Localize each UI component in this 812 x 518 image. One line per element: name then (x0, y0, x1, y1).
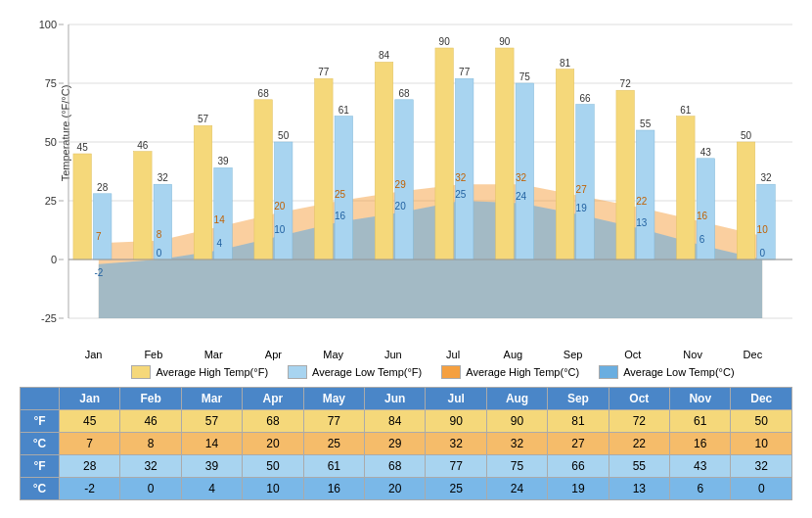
svg-text:10: 10 (274, 224, 286, 235)
svg-text:50: 50 (741, 130, 752, 141)
legend-swatch (599, 365, 618, 379)
svg-text:50: 50 (278, 130, 290, 141)
svg-text:61: 61 (338, 105, 350, 116)
x-axis-month-label: Aug (483, 349, 543, 360)
svg-text:39: 39 (217, 156, 229, 166)
legend-item: Average High Temp(°C) (441, 365, 579, 379)
data-table: JanFebMarAprMayJunJulAugSepOctNovDec°F45… (20, 387, 792, 500)
table-cell: 13 (609, 478, 669, 500)
svg-text:-2: -2 (94, 267, 103, 278)
table-col-header: Sep (548, 388, 609, 410)
x-axis-month-label: Mar (184, 349, 244, 360)
table-cell: 19 (548, 478, 609, 500)
svg-text:4: 4 (216, 238, 222, 249)
table-col-header: Nov (670, 388, 731, 410)
table-cell: 68 (365, 455, 426, 478)
table-cell: 75 (486, 455, 547, 478)
x-axis-month-label: Sep (543, 349, 603, 360)
svg-text:16: 16 (697, 211, 708, 221)
table-cell: 4 (181, 478, 242, 500)
table-cell: 32 (486, 433, 547, 455)
svg-rect-40 (737, 142, 755, 259)
svg-text:90: 90 (499, 36, 511, 47)
svg-text:68: 68 (398, 88, 410, 99)
table-col-header: May (303, 388, 364, 410)
legend-label: Average Low Temp(°F) (312, 366, 422, 378)
svg-text:32: 32 (455, 172, 467, 183)
table-col-header: Jun (365, 388, 426, 410)
legend-item: Average Low Temp(°F) (288, 365, 422, 379)
table-col-header: Apr (243, 388, 303, 410)
svg-text:32: 32 (760, 172, 772, 183)
svg-text:29: 29 (395, 179, 407, 190)
legend-swatch (288, 365, 307, 379)
table-cell: 57 (181, 410, 242, 433)
svg-text:32: 32 (516, 172, 527, 183)
svg-text:46: 46 (137, 140, 149, 151)
table-cell: 28 (60, 455, 120, 478)
table-col-header: Dec (731, 388, 792, 410)
svg-text:43: 43 (700, 147, 712, 158)
table-cell: 10 (243, 478, 303, 500)
svg-rect-42 (93, 194, 112, 259)
svg-text:22: 22 (636, 196, 648, 207)
table-row-unit: °C (21, 433, 60, 455)
table-row-unit: °F (21, 455, 60, 478)
svg-text:0: 0 (759, 248, 765, 259)
table-cell: 25 (303, 433, 364, 455)
svg-text:55: 55 (640, 118, 652, 129)
svg-text:77: 77 (459, 67, 471, 77)
svg-text:8: 8 (157, 229, 162, 240)
table-col-header: Oct (609, 388, 669, 410)
svg-text:32: 32 (158, 172, 169, 183)
svg-text:75: 75 (519, 71, 531, 82)
svg-text:14: 14 (214, 214, 226, 225)
table-col-header: Mar (181, 388, 242, 410)
table-cell: 61 (303, 455, 364, 478)
svg-rect-22 (194, 125, 212, 259)
svg-rect-36 (616, 90, 635, 259)
table-cell: 45 (60, 410, 120, 433)
table-cell: 66 (548, 455, 609, 478)
x-axis-month-label: Jan (64, 349, 123, 360)
svg-text:25: 25 (45, 195, 57, 207)
table-cell: 90 (486, 410, 547, 433)
svg-text:7: 7 (96, 231, 102, 242)
legend-item: Average High Temp(°F) (131, 365, 268, 379)
x-axis-month-label: Dec (723, 349, 783, 360)
table-cell: 8 (120, 433, 181, 455)
x-axis-month-label: May (303, 349, 363, 360)
x-axis-month-label: Jun (363, 349, 423, 360)
table-row-unit: °F (21, 410, 60, 433)
table-row-unit: °C (21, 478, 60, 500)
table-cell: 0 (120, 478, 181, 500)
svg-rect-58 (576, 105, 595, 259)
table-col-header: Jan (60, 388, 120, 410)
x-axis-month-label: Jul (424, 349, 483, 360)
table-cell: 39 (181, 455, 242, 478)
table-cell: 20 (243, 433, 303, 455)
svg-text:25: 25 (455, 189, 467, 200)
table-col-header: Feb (120, 388, 181, 410)
table-cell: 90 (426, 410, 486, 433)
chart-wrapper: Temperature (°F/°C) -250255075100 454657… (10, 10, 802, 346)
svg-text:61: 61 (680, 105, 692, 116)
table-cell: 10 (731, 433, 792, 455)
svg-text:75: 75 (45, 77, 57, 89)
table-cell: 20 (365, 478, 426, 500)
x-axis-labels: JanFebMarAprMayJunJulAugSepOctNovDec (64, 349, 783, 360)
table-cell: 0 (731, 478, 792, 500)
table-cell: 50 (731, 410, 792, 433)
svg-text:0: 0 (157, 248, 162, 259)
legend-item: Average Low Temp(°C) (599, 365, 734, 379)
svg-text:72: 72 (620, 78, 632, 89)
svg-rect-54 (455, 78, 474, 259)
svg-text:27: 27 (576, 184, 588, 195)
svg-rect-32 (496, 48, 514, 259)
table-cell: 77 (303, 410, 364, 433)
svg-rect-18 (73, 154, 92, 259)
table-cell: 61 (670, 410, 731, 433)
table-cell: 72 (609, 410, 669, 433)
x-axis-month-label: Feb (123, 349, 183, 360)
table-cell: 16 (670, 433, 731, 455)
